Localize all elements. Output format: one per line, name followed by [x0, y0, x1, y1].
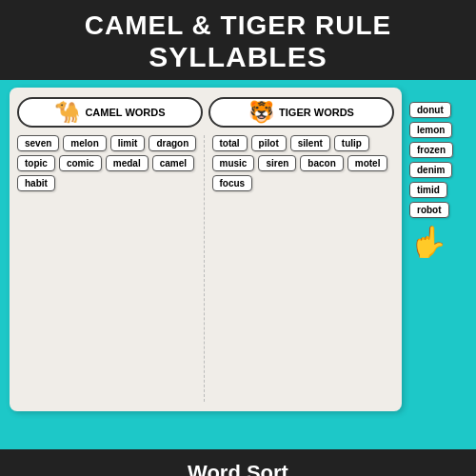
camel-word-tile[interactable]: camel: [152, 155, 194, 171]
camel-badge: 🐪 CAMEL WORDS: [17, 97, 203, 128]
tiger-word-tile[interactable]: silent: [290, 135, 330, 151]
finger-area: 👆: [409, 224, 447, 279]
title-line2: SYLLABLES: [10, 41, 466, 72]
camel-word-tile[interactable]: medal: [106, 155, 149, 171]
top-banner: CAMEL & TIGER RULE SYLLABLES: [0, 0, 476, 80]
camel-icon: 🐪: [54, 102, 80, 123]
bottom-banner: Word Sort: [0, 449, 476, 476]
camel-section: sevenmelonlimitdragontopiccomicmedalcame…: [17, 135, 205, 402]
camel-word-tile[interactable]: comic: [59, 155, 102, 171]
camel-badge-label: CAMEL WORDS: [85, 107, 165, 118]
tiger-word-tile[interactable]: pilot: [251, 135, 287, 151]
card-body: sevenmelonlimitdragontopiccomicmedalcame…: [17, 135, 394, 402]
tiger-icon: 🐯: [248, 102, 274, 123]
tiger-word-tile[interactable]: music: [212, 155, 255, 171]
camel-word-tile[interactable]: habit: [17, 175, 55, 191]
tiger-section: totalpilotsilenttulipmusicsirenbaconmote…: [208, 135, 395, 402]
right-panel: donutlemonfrozendenimtimidrobot 👆: [409, 88, 466, 279]
camel-word-tile[interactable]: seven: [17, 135, 59, 151]
footer-label: Word Sort: [188, 461, 288, 476]
floating-word-tile[interactable]: frozen: [409, 142, 453, 158]
floating-word-tile[interactable]: timid: [409, 182, 447, 198]
tiger-badge: 🐯 TIGER WORDS: [208, 97, 394, 128]
finger-pointer-icon: 👆: [409, 224, 447, 260]
camel-word-tile[interactable]: dragon: [149, 135, 196, 151]
card-header: 🐪 CAMEL WORDS 🐯 TIGER WORDS: [17, 97, 394, 128]
worksheet-card: 🐪 CAMEL WORDS 🐯 TIGER WORDS sevenmelonli…: [10, 88, 402, 411]
floating-word-tile[interactable]: denim: [409, 162, 452, 178]
camel-word-tile[interactable]: limit: [110, 135, 146, 151]
tiger-word-tile[interactable]: total: [212, 135, 248, 151]
tiger-word-tile[interactable]: focus: [212, 175, 253, 191]
floating-tiles: donutlemonfrozendenimtimidrobot: [409, 92, 466, 218]
tiger-word-tile[interactable]: motel: [347, 155, 388, 171]
tiger-badge-label: TIGER WORDS: [279, 107, 354, 118]
tiger-word-tile[interactable]: tulip: [334, 135, 369, 151]
title-line1: CAMEL & TIGER RULE: [10, 11, 466, 41]
floating-word-tile[interactable]: lemon: [409, 122, 452, 138]
main-area: 🐪 CAMEL WORDS 🐯 TIGER WORDS sevenmelonli…: [0, 80, 476, 449]
camel-word-tile[interactable]: topic: [17, 155, 55, 171]
floating-word-tile[interactable]: robot: [409, 202, 449, 218]
tiger-word-tile[interactable]: siren: [258, 155, 296, 171]
floating-word-tile[interactable]: donut: [409, 102, 451, 118]
camel-word-tile[interactable]: melon: [63, 135, 106, 151]
tiger-word-tile[interactable]: bacon: [300, 155, 343, 171]
